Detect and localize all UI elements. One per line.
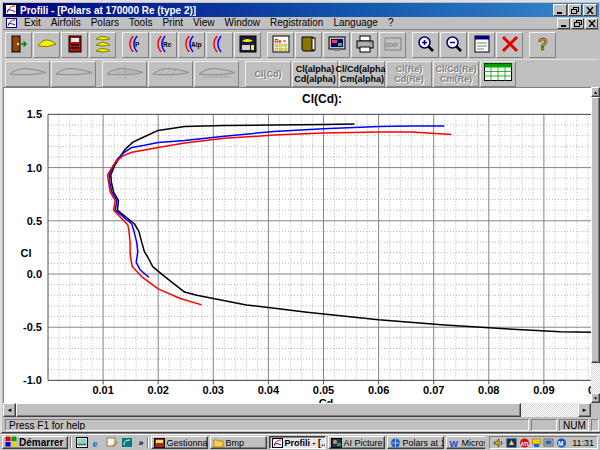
quick-launch-overflow-chevron[interactable]: » [137,438,144,448]
airfoil-ruler-icon [197,64,237,83]
menu-polars[interactable]: Polars [86,17,124,29]
title-bar[interactable]: Profili - [Polars at 170000 Re (type 2)] [3,3,599,17]
desktop: Profili - [Polars at 170000 Re (type 2)]… [0,0,600,450]
restore-button[interactable] [568,4,582,16]
task-button-profili[interactable]: Profili - [... [269,436,326,449]
toolbar-button-report[interactable] [468,32,495,58]
menu-language[interactable]: Language [328,17,383,29]
volume-icon[interactable] [493,438,504,448]
mdi-minimize-button[interactable] [557,18,570,29]
task-button-folder[interactable]: Bmp [210,436,267,449]
scroll-down-arrow[interactable]: ▼ [591,393,600,403]
svg-text:Alpha: Alpha [191,41,202,49]
polar-view-button-clcd[interactable]: Cl(Cd) [245,61,291,87]
toolbar-button-help-question[interactable]: ? [529,32,556,58]
toolbar-button-airfoil-hatched[interactable] [148,61,193,87]
button-label-line2: Cm(Re) [440,74,472,84]
picture-icon[interactable] [76,437,88,448]
toolbar-button-airfoil-outline[interactable] [5,61,50,87]
svg-text:0.07: 0.07 [423,384,444,396]
tray-yellow-icon[interactable] [532,438,541,448]
toolbar-button-dxf-export[interactable]: DXF [379,32,406,58]
menu-print[interactable]: Print [157,17,188,29]
report-icon [472,34,492,57]
show-desktop-icon[interactable] [106,437,118,448]
toolbar-button-screen[interactable] [323,32,350,58]
menu-airfoils[interactable]: Airfoils [46,17,86,29]
menu-exit[interactable]: Exit [19,17,46,29]
menu-[interactable]: ? [383,17,399,29]
menu-registration[interactable]: Registration [265,17,328,29]
button-label-line2: Cd(Re) [394,74,424,84]
minimize-button[interactable] [553,4,567,16]
polar-view-button-clcdalpha[interactable]: Cl/Cd(alpha)Cm(alpha) [339,61,385,87]
close-button[interactable] [583,4,597,16]
menu-tools[interactable]: Tools [124,17,157,29]
polar-view-button-clre[interactable]: Cl(Re)Cd(Re) [386,61,432,87]
toolbar-button-airfoil-axes[interactable] [102,61,147,87]
toolbar-button-zoom-out[interactable] [440,32,467,58]
toolbar-button-stacked-airfoils[interactable] [89,32,116,58]
mdi-document-icon[interactable] [6,18,17,28]
toolbar-button-print-polar[interactable] [234,32,261,58]
task-button-gestionnaire[interactable]: Gestionnai... [151,436,208,449]
mdi-close-button[interactable] [585,18,598,29]
toolbar-button-delete-red-x[interactable] [496,32,523,58]
scroll-right-arrow[interactable]: ► [578,403,591,417]
polar-view-button-clalpha[interactable]: Cl(alpha)Cd(alpha) [292,61,338,87]
toolbar-button-polar-curve[interactable]: Re [150,32,177,58]
svg-text:0.09: 0.09 [533,384,554,396]
book-icon [299,34,319,57]
toolbar-button-exit-door[interactable] [5,32,32,58]
task-button-ai-picture[interactable]: AI Picture ... [328,436,385,449]
toolbar-button-airfoil-manager-book[interactable] [61,32,88,58]
tray-blue-icon[interactable] [506,438,517,448]
toolbar-button-polar-curve[interactable]: P [122,32,149,58]
button-label-line1: Cl/Cd(alpha) [336,64,389,74]
start-button[interactable]: Démarrer [2,436,68,449]
polar-view-button-clcdre[interactable]: Cl/Cd(Re)Cm(Re) [433,61,479,87]
main-toolbar: PReAlphaRe =DXF? [3,31,599,59]
channels-icon[interactable] [121,437,133,448]
toolbar-button-airfoil-ruler[interactable] [194,61,239,87]
toolbar-button-airfoil-outline-2[interactable] [51,61,96,87]
menu-window[interactable]: Window [219,17,265,29]
scroll-left-arrow[interactable]: ◄ [3,403,16,417]
svg-text:0.5: 0.5 [27,215,42,227]
tray-msn-icon[interactable]: M [556,438,567,448]
polar-chart-window: Cl(Cd):0.010.020.030.040.050.060.070.080… [3,87,600,417]
svg-text:Cl: Cl [21,247,32,259]
menu-view[interactable]: View [188,17,220,29]
button-label-line1: Cl(alpha) [296,64,335,74]
toolbar-button-book[interactable] [295,32,322,58]
hscroll-thumb[interactable] [16,403,521,417]
polar-view-toolbar: Cl(Cd)Cl(alpha)Cd(alpha)Cl/Cd(alpha)Cm(a… [3,59,599,87]
button-label-line2: Cm(alpha) [340,74,384,84]
toolbar-button-polar-curve[interactable]: Alpha [178,32,205,58]
internet-explorer-icon[interactable]: e [91,437,103,448]
toolbar-button-printer[interactable] [351,32,378,58]
task-button-word[interactable]: WMicrosoft ... [446,436,486,449]
toolbar-button-polars-data-table[interactable] [480,61,516,87]
task-button-polars-doc[interactable]: Polars at 1... [387,436,444,449]
svg-text:1.0: 1.0 [27,162,42,174]
toolbar-button-airfoil[interactable] [33,32,60,58]
scroll-up-arrow[interactable]: ▲ [591,87,600,97]
window-title: Profili - [Polars at 170000 Re (type 2)] [20,5,553,16]
task-label: Profili - [... [285,438,326,448]
polars-data-table-icon [484,63,512,84]
polar-curve-icon [210,34,230,57]
horizontal-scrollbar[interactable]: ◄ ► [3,403,591,417]
airfoil-manager-book-icon [65,34,85,57]
mdi-restore-button[interactable] [571,18,584,29]
airfoil-outline-2-icon [54,64,94,83]
toolbar-button-reynolds-calculator[interactable]: Re = [267,32,294,58]
toolbar-button-polar-curve[interactable] [206,32,233,58]
tray-ati-icon[interactable]: ATI [519,438,530,448]
tray-display-icon[interactable] [543,438,554,448]
profili-window: Profili - [Polars at 170000 Re (type 2)]… [0,0,600,434]
vscroll-thumb[interactable] [591,97,600,363]
svg-text:0.08: 0.08 [478,384,499,396]
vertical-scrollbar[interactable]: ▲ ▼ [591,87,600,403]
toolbar-button-zoom-in[interactable] [412,32,439,58]
